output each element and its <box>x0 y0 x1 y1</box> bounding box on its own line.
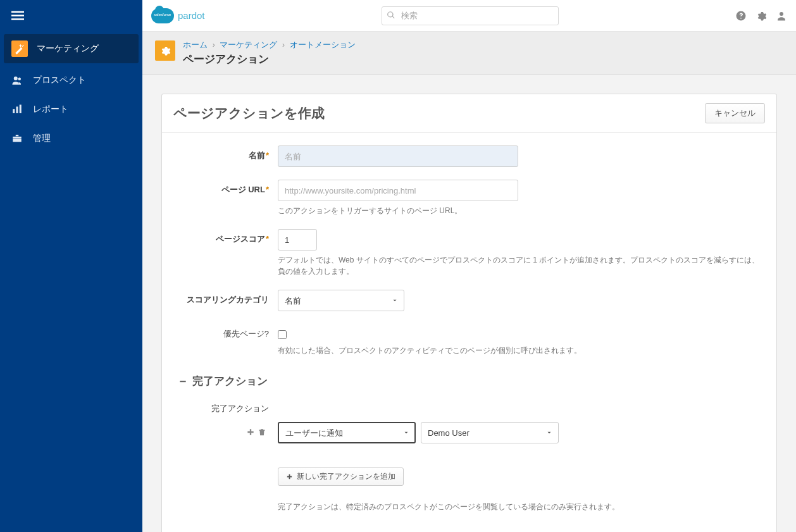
sidebar: マーケティング プロスペクト レポート 管理 <box>0 0 142 532</box>
svg-rect-5 <box>13 109 15 113</box>
priority-checkbox[interactable] <box>278 330 287 339</box>
completion-action-select[interactable]: ユーザーに通知 <box>278 422 416 443</box>
completion-section-title: 完了アクション <box>192 374 268 388</box>
score-input[interactable] <box>278 229 317 251</box>
category-select[interactable]: 名前 <box>278 290 404 311</box>
sidebar-item-label: レポート <box>33 104 68 115</box>
sidebar-item-prospect[interactable]: プロスペクト <box>0 66 142 95</box>
hamburger-icon <box>11 9 25 22</box>
svg-rect-6 <box>16 107 18 114</box>
breadcrumb-link-marketing[interactable]: マーケティング <box>220 40 277 49</box>
url-help: このアクションをトリガーするサイトのページ URL。 <box>278 205 765 216</box>
briefcase-icon <box>10 132 24 145</box>
url-label: ページ URL* <box>173 180 278 195</box>
logo: pardot <box>151 8 205 23</box>
svg-point-8 <box>780 12 783 16</box>
search-icon <box>387 11 395 20</box>
topbar: pardot <box>142 0 796 32</box>
breadcrumb: ホーム › マーケティング › オートメーション <box>183 39 356 51</box>
sidebar-item-label: プロスペクト <box>33 75 86 86</box>
priority-label: 優先ページ? <box>173 324 278 340</box>
priority-help: 有効にした場合、プロスペクトのアクティビティでこのページが個別に呼び出されます。 <box>278 345 765 356</box>
logo-text: pardot <box>178 10 205 21</box>
breadcrumb-sep: › <box>213 40 215 49</box>
search-input[interactable] <box>382 6 559 25</box>
search-wrap <box>382 6 559 25</box>
svg-rect-1 <box>11 15 24 16</box>
trash-icon[interactable] <box>258 428 266 436</box>
menu-toggle-button[interactable] <box>0 0 35 32</box>
plus-icon[interactable] <box>246 428 255 436</box>
users-icon <box>10 73 24 87</box>
sidebar-item-report[interactable]: レポート <box>0 95 142 124</box>
url-input[interactable] <box>278 180 518 201</box>
chart-icon <box>10 102 24 116</box>
help-icon[interactable] <box>735 10 747 22</box>
plus-icon <box>286 473 293 480</box>
page-gear-icon <box>155 40 175 61</box>
sidebar-item-label: 管理 <box>33 133 51 144</box>
svg-point-3 <box>14 77 18 80</box>
sidebar-item-label: マーケティング <box>37 43 99 54</box>
main-area: pardot ホーム › マーケティング › <box>142 0 796 532</box>
user-icon[interactable] <box>776 10 787 22</box>
name-label: 名前* <box>173 145 278 161</box>
svg-rect-2 <box>11 18 24 20</box>
panel-heading: ページアクションを作成 <box>173 104 325 122</box>
sidebar-item-marketing[interactable]: マーケティング <box>4 34 139 63</box>
gear-icon[interactable] <box>756 10 767 22</box>
svg-rect-7 <box>20 105 22 114</box>
svg-rect-9 <box>180 380 185 381</box>
breadcrumb-sep: › <box>282 40 285 49</box>
add-completion-action-button[interactable]: 新しい完了アクションを追加 <box>278 467 404 486</box>
salesforce-cloud-icon <box>151 8 174 23</box>
svg-rect-0 <box>11 11 24 13</box>
cancel-button-top[interactable]: キャンセル <box>705 103 765 123</box>
breadcrumb-bar: ホーム › マーケティング › オートメーション ページアクション <box>142 32 796 75</box>
score-label: ページスコア* <box>173 229 278 245</box>
score-help: デフォルトでは、Web サイトのすべてのページでプロスペクトのスコアに 1 ポイ… <box>278 254 765 277</box>
breadcrumb-link-home[interactable]: ホーム <box>183 40 208 49</box>
category-label: スコアリングカテゴリ <box>173 290 278 306</box>
form-panel: ページアクションを作成 キャンセル 名前* ページ URL* <box>161 94 777 532</box>
svg-point-4 <box>18 78 22 81</box>
collapse-icon[interactable] <box>178 377 187 386</box>
wand-icon <box>11 40 28 57</box>
name-input[interactable] <box>278 145 518 167</box>
completion-note: 完了アクションは、特定済みのプロスペクトがこのページを閲覧している場合にのみ実行… <box>278 501 765 512</box>
completion-user-select[interactable]: Demo User <box>421 422 559 443</box>
page-title: ページアクション <box>183 52 356 66</box>
completion-row-label: 完了アクション <box>173 399 278 414</box>
breadcrumb-link-automation[interactable]: オートメーション <box>290 40 356 49</box>
content: ページアクションを作成 キャンセル 名前* ページ URL* <box>142 75 796 532</box>
sidebar-item-admin[interactable]: 管理 <box>0 124 142 153</box>
